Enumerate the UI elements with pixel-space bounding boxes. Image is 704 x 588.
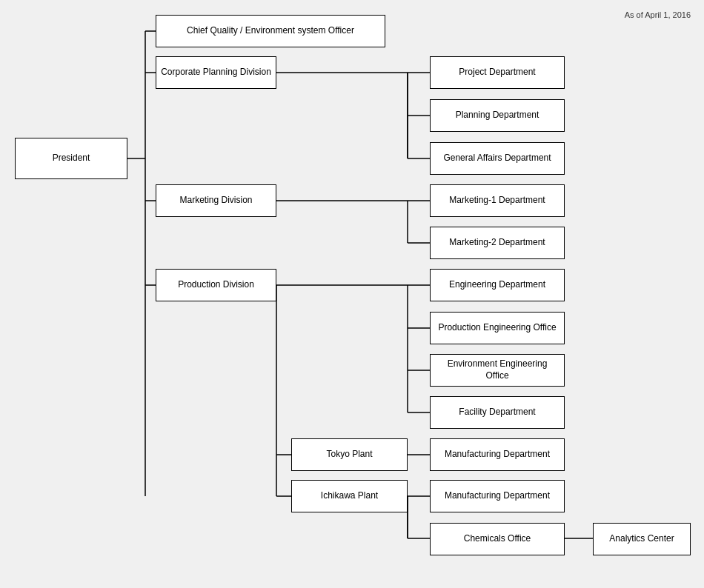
chemicals-node: Chemicals Office — [430, 523, 565, 555]
engineering-label: Engineering Department — [449, 279, 545, 291]
president-label: President — [53, 153, 90, 164]
mfg-tokyo-label: Manufacturing Department — [445, 449, 550, 461]
marketing2-node: Marketing-2 Department — [430, 227, 565, 259]
analytics-node: Analytics Center — [593, 523, 691, 555]
prod-eng-node: Production Engineering Office — [430, 312, 565, 344]
marketing2-label: Marketing-2 Department — [449, 237, 545, 249]
project-label: Project Department — [459, 67, 535, 78]
planning-label: Planning Department — [456, 110, 539, 121]
general-affairs-label: General Affairs Department — [443, 153, 551, 164]
mfg-ichikawa-node: Manufacturing Department — [430, 480, 565, 512]
mfg-ichikawa-label: Manufacturing Department — [445, 490, 550, 502]
marketing-node: Marketing Division — [156, 184, 276, 217]
marketing1-label: Marketing-1 Department — [449, 195, 545, 207]
cqe-node: Chief Quality / Environment system Offic… — [156, 15, 385, 47]
ichikawa-plant-label: Ichikawa Plant — [321, 490, 378, 502]
analytics-label: Analytics Center — [609, 533, 674, 545]
env-eng-label: Environment Engineering Office — [435, 358, 559, 381]
cqe-label: Chief Quality / Environment system Offic… — [187, 25, 354, 37]
chemicals-label: Chemicals Office — [464, 533, 531, 545]
prod-eng-label: Production Engineering Office — [438, 322, 556, 334]
tokyo-plant-label: Tokyo Plant — [326, 449, 372, 461]
facility-label: Facility Department — [459, 407, 535, 418]
planning-node: Planning Department — [430, 99, 565, 132]
ichikawa-plant-node: Ichikawa Plant — [291, 480, 408, 512]
marketing-label: Marketing Division — [179, 195, 252, 207]
tokyo-plant-node: Tokyo Plant — [291, 438, 408, 471]
general-affairs-node: General Affairs Department — [430, 142, 565, 175]
marketing1-node: Marketing-1 Department — [430, 184, 565, 217]
mfg-tokyo-node: Manufacturing Department — [430, 438, 565, 471]
org-chart: As of April 1, 2016 — [0, 0, 704, 588]
facility-node: Facility Department — [430, 396, 565, 429]
cpd-label: Corporate Planning Division — [161, 67, 271, 78]
env-eng-node: Environment Engineering Office — [430, 354, 565, 387]
project-node: Project Department — [430, 56, 565, 89]
production-node: Production Division — [156, 269, 276, 301]
president-node: President — [15, 138, 127, 179]
cpd-node: Corporate Planning Division — [156, 56, 276, 89]
date-label: As of April 1, 2016 — [625, 10, 691, 19]
engineering-node: Engineering Department — [430, 269, 565, 301]
production-label: Production Division — [178, 279, 254, 291]
